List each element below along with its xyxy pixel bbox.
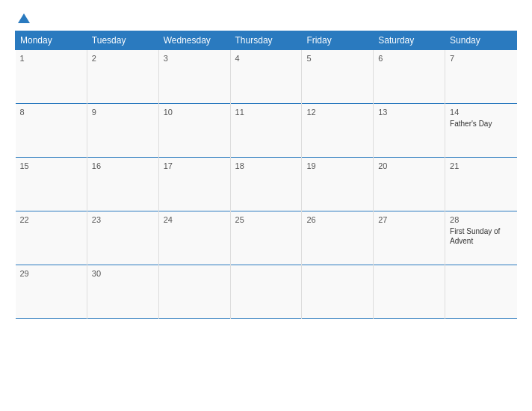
calendar-cell: 12 bbox=[302, 104, 374, 158]
day-number: 10 bbox=[164, 108, 226, 117]
day-number: 16 bbox=[92, 161, 154, 170]
calendar-cell: 18 bbox=[230, 158, 302, 211]
day-number: 25 bbox=[235, 215, 297, 224]
header bbox=[15, 13, 517, 23]
calendar-cell bbox=[445, 265, 517, 319]
day-number: 14 bbox=[450, 108, 512, 117]
calendar-cell bbox=[374, 265, 445, 319]
day-number: 6 bbox=[378, 54, 440, 63]
day-number: 7 bbox=[450, 54, 512, 63]
calendar-cell bbox=[158, 265, 230, 319]
calendar-cell: 15 bbox=[16, 158, 87, 211]
day-number: 24 bbox=[164, 215, 226, 224]
day-number: 27 bbox=[378, 215, 440, 224]
calendar-cell bbox=[230, 265, 302, 319]
calendar-cell: 6 bbox=[374, 50, 445, 104]
calendar-cell: 29 bbox=[16, 265, 87, 319]
calendar-cell: 17 bbox=[158, 158, 230, 211]
weekday-header-thursday: Thursday bbox=[230, 31, 302, 50]
calendar-cell: 27 bbox=[374, 211, 445, 265]
day-event-label: Father's Day bbox=[450, 120, 492, 128]
day-number: 20 bbox=[378, 161, 440, 170]
calendar-row-5: 2930 bbox=[16, 265, 517, 319]
calendar-cell: 10 bbox=[158, 104, 230, 158]
calendar-cell: 11 bbox=[230, 104, 302, 158]
day-event-label: First Sunday of Advent bbox=[450, 227, 500, 245]
calendar-cell: 4 bbox=[230, 50, 302, 104]
day-number: 2 bbox=[92, 54, 154, 63]
calendar-cell: 19 bbox=[302, 158, 374, 211]
calendar-table: MondayTuesdayWednesdayThursdayFridaySatu… bbox=[15, 31, 517, 319]
calendar-cell: 24 bbox=[158, 211, 230, 265]
calendar-cell: 30 bbox=[87, 265, 158, 319]
day-number: 11 bbox=[235, 108, 297, 117]
calendar-row-2: 891011121314Father's Day bbox=[16, 104, 517, 158]
calendar-cell: 28First Sunday of Advent bbox=[445, 211, 517, 265]
calendar-cell: 7 bbox=[445, 50, 517, 104]
calendar-cell: 26 bbox=[302, 211, 374, 265]
logo-triangle-icon bbox=[18, 13, 30, 23]
calendar-cell: 22 bbox=[16, 211, 87, 265]
day-number: 30 bbox=[92, 269, 154, 278]
day-number: 17 bbox=[164, 161, 226, 170]
day-number: 21 bbox=[450, 161, 512, 170]
day-number: 23 bbox=[92, 215, 154, 224]
weekday-header-wednesday: Wednesday bbox=[158, 31, 230, 50]
calendar-cell: 9 bbox=[87, 104, 158, 158]
weekday-header-sunday: Sunday bbox=[445, 31, 517, 50]
calendar-cell: 16 bbox=[87, 158, 158, 211]
day-number: 12 bbox=[306, 108, 368, 117]
weekday-header-tuesday: Tuesday bbox=[87, 31, 158, 50]
weekday-header-saturday: Saturday bbox=[374, 31, 445, 50]
day-number: 15 bbox=[20, 161, 82, 170]
day-number: 18 bbox=[235, 161, 297, 170]
weekday-header-monday: Monday bbox=[16, 31, 87, 50]
day-number: 5 bbox=[306, 54, 368, 63]
calendar-cell: 3 bbox=[158, 50, 230, 104]
day-number: 9 bbox=[92, 108, 154, 117]
calendar-cell: 8 bbox=[16, 104, 87, 158]
calendar-row-3: 15161718192021 bbox=[16, 158, 517, 211]
calendar-cell: 25 bbox=[230, 211, 302, 265]
calendar-cell: 23 bbox=[87, 211, 158, 265]
weekday-header-friday: Friday bbox=[302, 31, 374, 50]
day-number: 29 bbox=[20, 269, 82, 278]
day-number: 13 bbox=[378, 108, 440, 117]
calendar-page: MondayTuesdayWednesdayThursdayFridaySatu… bbox=[0, 0, 532, 411]
day-number: 8 bbox=[20, 108, 82, 117]
calendar-cell: 1 bbox=[16, 50, 87, 104]
logo-blue-text bbox=[15, 13, 30, 23]
day-number: 28 bbox=[450, 215, 512, 224]
calendar-cell: 5 bbox=[302, 50, 374, 104]
calendar-cell: 2 bbox=[87, 50, 158, 104]
calendar-cell: 13 bbox=[374, 104, 445, 158]
calendar-row-4: 22232425262728First Sunday of Advent bbox=[16, 211, 517, 265]
calendar-cell bbox=[302, 265, 374, 319]
weekday-header-row: MondayTuesdayWednesdayThursdayFridaySatu… bbox=[16, 31, 517, 50]
calendar-cell: 21 bbox=[445, 158, 517, 211]
calendar-row-1: 1234567 bbox=[16, 50, 517, 104]
day-number: 1 bbox=[20, 54, 82, 63]
day-number: 22 bbox=[20, 215, 82, 224]
day-number: 19 bbox=[306, 161, 368, 170]
calendar-cell: 14Father's Day bbox=[445, 104, 517, 158]
day-number: 3 bbox=[164, 54, 226, 63]
calendar-cell: 20 bbox=[374, 158, 445, 211]
day-number: 26 bbox=[306, 215, 368, 224]
day-number: 4 bbox=[235, 54, 297, 63]
logo bbox=[15, 13, 30, 23]
